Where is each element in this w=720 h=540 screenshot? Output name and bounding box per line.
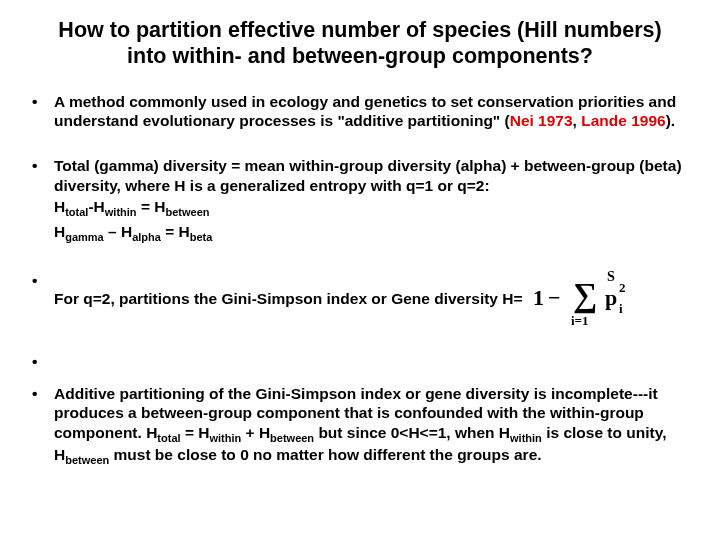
b5-b: = H xyxy=(181,424,210,441)
b5-sub-within: within xyxy=(209,432,241,444)
eq2-sub-alpha: alpha xyxy=(132,231,161,243)
bullet-1: A method commonly used in ecology and ge… xyxy=(30,92,694,131)
bullet-2: Total (gamma) diversity = mean within-gr… xyxy=(30,156,694,244)
eq1-sub-within: within xyxy=(105,206,137,218)
svg-text:S: S xyxy=(607,271,615,284)
svg-text:2: 2 xyxy=(619,280,626,295)
eq2-equals: = xyxy=(161,223,179,240)
eq1-Hw: H xyxy=(94,198,105,215)
slide-title: How to partition effective number of spe… xyxy=(56,18,664,70)
ref-nei-1973: Nei 1973 xyxy=(510,112,573,129)
bullet-3: For q=2, partitions the Gini-Simpson ind… xyxy=(30,271,694,326)
bullet-4-empty xyxy=(30,352,694,358)
ref-lande-1996: Lande 1996 xyxy=(581,112,665,129)
gini-simpson-formula: 1 − S ∑ i=1 p 2 i xyxy=(533,271,643,326)
eq1-Ht: H xyxy=(54,198,65,215)
b5-a: H xyxy=(142,424,158,441)
svg-text:∑: ∑ xyxy=(573,276,597,314)
svg-text:i: i xyxy=(619,301,623,316)
bullet-1-sep: , xyxy=(573,112,582,129)
bullet-1-text-b: ). xyxy=(666,112,675,129)
b5-sub-between: between xyxy=(270,432,314,444)
b5-sub-total: total xyxy=(157,432,180,444)
eq2-Hb: H xyxy=(179,223,190,240)
eq1-sub-between: between xyxy=(165,206,209,218)
svg-text:−: − xyxy=(548,285,561,310)
svg-text:p: p xyxy=(605,285,617,310)
bullet-list: A method commonly used in ecology and ge… xyxy=(26,92,694,469)
b5-sub-within2: within xyxy=(510,432,542,444)
svg-text:i=1: i=1 xyxy=(571,313,589,326)
b5-c: + H xyxy=(241,424,270,441)
equation-2: Hgamma – Halpha = Hbeta xyxy=(54,222,694,245)
eq2-sub-beta: beta xyxy=(190,231,213,243)
eq1-equals: = xyxy=(137,198,155,215)
b5-f: must be close to 0 no matter how differe… xyxy=(109,446,541,463)
b5-sub-between2: between xyxy=(65,454,109,466)
eq2-sub-gamma: gamma xyxy=(65,231,104,243)
eq2-minus: – xyxy=(104,223,121,240)
equation-1: Htotal-Hwithin = Hbetween xyxy=(54,197,694,220)
eq1-sub-total: total xyxy=(65,206,88,218)
b5-d: but since 0<H<=1, when H xyxy=(314,424,510,441)
eq2-Hg: H xyxy=(54,223,65,240)
eq1-Hb: H xyxy=(154,198,165,215)
bullet-5: Additive partitioning of the Gini-Simpso… xyxy=(30,384,694,468)
eq2-Ha: H xyxy=(121,223,132,240)
slide: How to partition effective number of spe… xyxy=(0,0,720,540)
bullet-2-text: Total (gamma) diversity = mean within-gr… xyxy=(54,157,682,193)
svg-text:1: 1 xyxy=(533,285,544,310)
bullet-3-text: For q=2, partitions the Gini-Simpson ind… xyxy=(54,289,523,308)
